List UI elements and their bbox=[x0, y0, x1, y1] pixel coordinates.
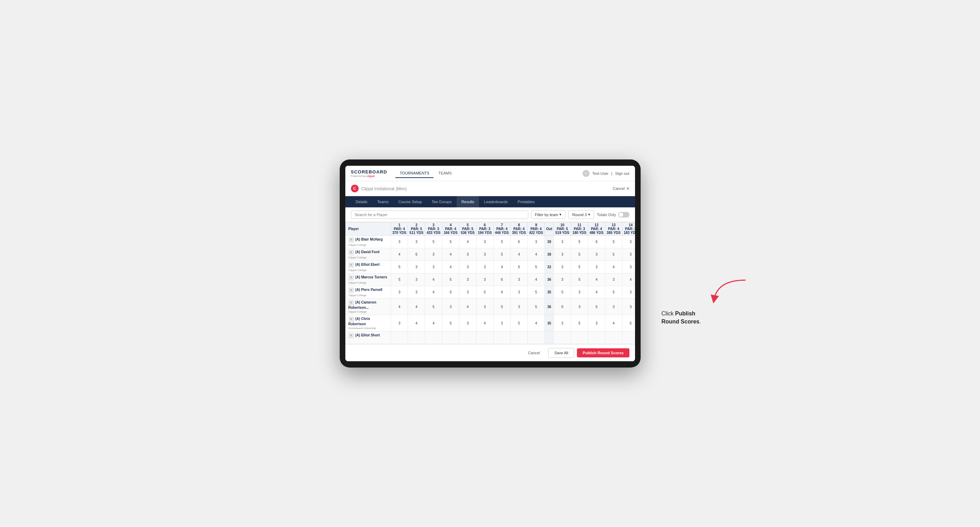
hole-12-score[interactable]: 3 bbox=[588, 315, 605, 332]
hole-1-score[interactable]: 3 bbox=[391, 236, 408, 248]
hole-12-score[interactable] bbox=[588, 332, 605, 344]
hole-10-score[interactable]: 3 bbox=[554, 236, 571, 248]
hole-13-score[interactable]: 5 bbox=[605, 286, 622, 298]
hole-12-score[interactable]: 3 bbox=[588, 261, 605, 273]
hole-3-score[interactable] bbox=[425, 332, 442, 344]
hole-12-score[interactable]: 4 bbox=[588, 273, 605, 286]
hole-2-score[interactable]: 3 bbox=[408, 273, 425, 286]
hole-12-score[interactable]: 5 bbox=[588, 298, 605, 315]
hole-2-score[interactable]: 3 bbox=[408, 261, 425, 273]
hole-11-score[interactable] bbox=[571, 332, 588, 344]
hole-12-score[interactable]: 6 bbox=[588, 236, 605, 248]
hole-6-score[interactable]: 3 bbox=[476, 298, 493, 315]
nav-tournaments[interactable]: TOURNAMENTS bbox=[395, 169, 433, 178]
hole-1-score[interactable] bbox=[391, 332, 408, 344]
tab-details[interactable]: Details bbox=[351, 196, 372, 207]
hole-6-score[interactable] bbox=[476, 332, 493, 344]
hole-3-score[interactable]: 4 bbox=[425, 273, 442, 286]
totals-toggle-switch[interactable] bbox=[618, 212, 629, 217]
nav-teams[interactable]: TEAMS bbox=[434, 169, 456, 178]
tab-printables[interactable]: Printables bbox=[512, 196, 539, 207]
hole-3-score[interactable]: 5 bbox=[425, 236, 442, 248]
hole-7-score[interactable] bbox=[493, 332, 511, 344]
hole-2-score[interactable]: 3 bbox=[408, 236, 425, 248]
hole-12-score[interactable]: 4 bbox=[588, 286, 605, 298]
hole-14-score[interactable]: 3 bbox=[622, 298, 635, 315]
hole-11-score[interactable]: 5 bbox=[571, 248, 588, 261]
hole-14-score[interactable]: 3 bbox=[622, 236, 635, 248]
tab-course-setup[interactable]: Course Setup bbox=[394, 196, 427, 207]
hole-5-score[interactable]: 3 bbox=[459, 248, 476, 261]
hole-2-score[interactable] bbox=[408, 332, 425, 344]
hole-10-score[interactable]: 3 bbox=[554, 248, 571, 261]
hole-9-score[interactable] bbox=[528, 332, 545, 344]
hole-3-score[interactable]: 5 bbox=[425, 298, 442, 315]
hole-3-score[interactable]: 3 bbox=[425, 248, 442, 261]
hole-14-score[interactable]: 3 bbox=[622, 286, 635, 298]
hole-14-score[interactable]: 5 bbox=[622, 315, 635, 332]
hole-9-score[interactable]: 3 bbox=[528, 236, 545, 248]
hole-1-score[interactable]: 4 bbox=[391, 298, 408, 315]
hole-5-score[interactable] bbox=[459, 332, 476, 344]
hole-10-score[interactable]: 6 bbox=[554, 298, 571, 315]
filter-team-select[interactable]: Filter by team ▾ bbox=[531, 210, 566, 219]
hole-13-score[interactable]: 4 bbox=[605, 315, 622, 332]
hole-7-score[interactable]: 5 bbox=[493, 298, 511, 315]
search-input[interactable] bbox=[351, 211, 528, 219]
hole-14-score[interactable]: 4 bbox=[622, 273, 635, 286]
hole-4-score[interactable]: 3 bbox=[442, 298, 460, 315]
hole-5-score[interactable]: 3 bbox=[459, 273, 476, 286]
sign-out-link[interactable]: Sign out bbox=[615, 171, 629, 176]
hole-4-score[interactable]: 5 bbox=[442, 273, 460, 286]
hole-3-score[interactable]: 4 bbox=[425, 315, 442, 332]
hole-6-score[interactable]: 4 bbox=[476, 315, 493, 332]
hole-4-score[interactable]: 4 bbox=[442, 248, 460, 261]
hole-10-score[interactable]: 3 bbox=[554, 261, 571, 273]
hole-11-score[interactable]: 5 bbox=[571, 273, 588, 286]
hole-4-score[interactable]: 5 bbox=[442, 315, 460, 332]
hole-9-score[interactable]: 4 bbox=[528, 248, 545, 261]
hole-6-score[interactable]: 3 bbox=[476, 273, 493, 286]
hole-9-score[interactable]: 5 bbox=[528, 286, 545, 298]
hole-8-score[interactable]: 3 bbox=[511, 273, 528, 286]
hole-4-score[interactable]: 5 bbox=[442, 286, 460, 298]
hole-5-score[interactable]: 3 bbox=[459, 286, 476, 298]
hole-1-score[interactable]: 5 bbox=[391, 261, 408, 273]
hole-10-score[interactable] bbox=[554, 332, 571, 344]
hole-4-score[interactable]: 5 bbox=[442, 236, 460, 248]
hole-7-score[interactable]: 4 bbox=[493, 261, 511, 273]
hole-13-score[interactable] bbox=[605, 332, 622, 344]
hole-10-score[interactable]: 3 bbox=[554, 273, 571, 286]
hole-14-score[interactable]: 3 bbox=[622, 261, 635, 273]
tab-leaderboards[interactable]: Leaderboards bbox=[479, 196, 512, 207]
cancel-footer-button[interactable]: Cancel bbox=[522, 348, 546, 357]
hole-8-score[interactable]: 6 bbox=[511, 261, 528, 273]
publish-round-scores-button[interactable]: Publish Round Scores bbox=[577, 348, 629, 357]
hole-11-score[interactable]: 5 bbox=[571, 236, 588, 248]
hole-1-score[interactable]: 5 bbox=[391, 273, 408, 286]
hole-7-score[interactable]: 3 bbox=[493, 315, 511, 332]
hole-11-score[interactable]: 3 bbox=[571, 298, 588, 315]
tab-tee-groups[interactable]: Tee Groups bbox=[427, 196, 457, 207]
cancel-header-button[interactable]: Cancel ✕ bbox=[612, 186, 629, 191]
hole-8-score[interactable]: 5 bbox=[511, 315, 528, 332]
hole-6-score[interactable]: 3 bbox=[476, 236, 493, 248]
hole-14-score[interactable] bbox=[622, 332, 635, 344]
round-select[interactable]: Round 3 ▾ bbox=[568, 210, 594, 219]
hole-1-score[interactable]: 3 bbox=[391, 315, 408, 332]
tab-teams[interactable]: Teams bbox=[372, 196, 393, 207]
hole-9-score[interactable]: 4 bbox=[528, 273, 545, 286]
hole-1-score[interactable]: 4 bbox=[391, 248, 408, 261]
hole-11-score[interactable]: 5 bbox=[571, 315, 588, 332]
hole-13-score[interactable]: 5 bbox=[605, 236, 622, 248]
hole-2-score[interactable]: 4 bbox=[408, 298, 425, 315]
hole-2-score[interactable]: 4 bbox=[408, 315, 425, 332]
hole-5-score[interactable]: 4 bbox=[459, 236, 476, 248]
hole-4-score[interactable] bbox=[442, 332, 460, 344]
hole-3-score[interactable]: 3 bbox=[425, 261, 442, 273]
hole-10-score[interactable]: 5 bbox=[554, 286, 571, 298]
hole-7-score[interactable]: 6 bbox=[493, 273, 511, 286]
hole-8-score[interactable]: 3 bbox=[511, 298, 528, 315]
hole-13-score[interactable]: 4 bbox=[605, 261, 622, 273]
hole-6-score[interactable]: 3 bbox=[476, 261, 493, 273]
